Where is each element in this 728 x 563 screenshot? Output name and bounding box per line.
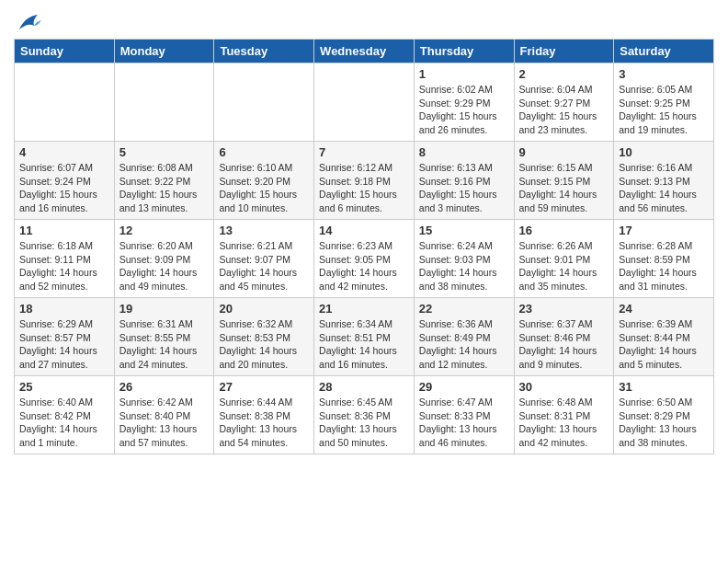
day-number: 1 [419, 67, 509, 81]
calendar-cell: 13Sunrise: 6:21 AMSunset: 9:07 PMDayligh… [214, 220, 314, 298]
logo-bird-icon [14, 15, 41, 37]
calendar-cell: 30Sunrise: 6:48 AMSunset: 8:31 PMDayligh… [514, 376, 614, 454]
calendar-cell: 14Sunrise: 6:23 AMSunset: 9:05 PMDayligh… [314, 220, 415, 298]
calendar-cell: 15Sunrise: 6:24 AMSunset: 9:03 PMDayligh… [414, 220, 514, 298]
week-row-4: 18Sunrise: 6:29 AMSunset: 8:57 PMDayligh… [15, 298, 714, 376]
day-number: 20 [219, 302, 309, 316]
calendar-cell: 26Sunrise: 6:42 AMSunset: 8:40 PMDayligh… [114, 376, 214, 454]
calendar-cell: 6Sunrise: 6:10 AMSunset: 9:20 PMDaylight… [214, 142, 314, 220]
page-header [14, 9, 714, 33]
calendar-cell: 1Sunrise: 6:02 AMSunset: 9:29 PMDaylight… [414, 63, 514, 142]
weekday-header-row: SundayMondayTuesdayWednesdayThursdayFrid… [15, 40, 714, 63]
weekday-header-tuesday: Tuesday [214, 40, 314, 63]
day-number: 8 [419, 145, 509, 159]
calendar-cell: 12Sunrise: 6:20 AMSunset: 9:09 PMDayligh… [114, 220, 214, 298]
day-info: Sunrise: 6:26 AMSunset: 9:01 PMDaylight:… [519, 239, 609, 293]
calendar-cell: 28Sunrise: 6:45 AMSunset: 8:36 PMDayligh… [314, 376, 415, 454]
calendar-cell: 10Sunrise: 6:16 AMSunset: 9:13 PMDayligh… [614, 142, 714, 220]
day-info: Sunrise: 6:50 AMSunset: 8:29 PMDaylight:… [619, 396, 709, 450]
calendar-cell: 25Sunrise: 6:40 AMSunset: 8:42 PMDayligh… [15, 376, 115, 454]
day-number: 3 [619, 67, 709, 81]
day-number: 10 [619, 145, 709, 159]
day-info: Sunrise: 6:21 AMSunset: 9:07 PMDaylight:… [219, 239, 309, 293]
calendar-cell: 29Sunrise: 6:47 AMSunset: 8:33 PMDayligh… [414, 376, 514, 454]
day-number: 7 [319, 145, 409, 159]
calendar-cell: 17Sunrise: 6:28 AMSunset: 8:59 PMDayligh… [614, 220, 714, 298]
week-row-2: 4Sunrise: 6:07 AMSunset: 9:24 PMDaylight… [15, 142, 714, 220]
calendar-cell [15, 63, 115, 142]
day-info: Sunrise: 6:32 AMSunset: 8:53 PMDaylight:… [219, 317, 309, 372]
calendar-cell: 8Sunrise: 6:13 AMSunset: 9:16 PMDaylight… [414, 142, 514, 220]
day-number: 14 [319, 224, 409, 237]
day-number: 17 [619, 224, 709, 237]
day-number: 31 [619, 380, 709, 394]
calendar-table: SundayMondayTuesdayWednesdayThursdayFrid… [14, 39, 714, 454]
day-number: 15 [419, 224, 509, 237]
day-number: 12 [119, 224, 210, 237]
day-info: Sunrise: 6:15 AMSunset: 9:15 PMDaylight:… [519, 161, 609, 215]
calendar-cell [214, 63, 314, 142]
day-number: 6 [219, 145, 309, 159]
day-number: 18 [19, 302, 109, 316]
calendar-cell: 18Sunrise: 6:29 AMSunset: 8:57 PMDayligh… [15, 298, 115, 376]
day-info: Sunrise: 6:36 AMSunset: 8:49 PMDaylight:… [419, 317, 509, 372]
calendar-cell [114, 63, 214, 142]
day-number: 23 [519, 302, 609, 316]
day-info: Sunrise: 6:08 AMSunset: 9:22 PMDaylight:… [119, 161, 210, 215]
day-info: Sunrise: 6:02 AMSunset: 9:29 PMDaylight:… [419, 83, 509, 137]
weekday-header-thursday: Thursday [414, 40, 514, 63]
day-info: Sunrise: 6:28 AMSunset: 8:59 PMDaylight:… [619, 239, 709, 293]
day-info: Sunrise: 6:37 AMSunset: 8:46 PMDaylight:… [519, 317, 609, 372]
weekday-header-wednesday: Wednesday [314, 40, 415, 63]
day-number: 13 [219, 224, 309, 237]
calendar-cell: 20Sunrise: 6:32 AMSunset: 8:53 PMDayligh… [214, 298, 314, 376]
calendar-cell: 16Sunrise: 6:26 AMSunset: 9:01 PMDayligh… [514, 220, 614, 298]
calendar-cell: 3Sunrise: 6:05 AMSunset: 9:25 PMDaylight… [614, 63, 714, 142]
day-info: Sunrise: 6:04 AMSunset: 9:27 PMDaylight:… [519, 83, 609, 137]
day-info: Sunrise: 6:48 AMSunset: 8:31 PMDaylight:… [519, 396, 609, 450]
day-info: Sunrise: 6:24 AMSunset: 9:03 PMDaylight:… [419, 239, 509, 293]
calendar-cell: 22Sunrise: 6:36 AMSunset: 8:49 PMDayligh… [414, 298, 514, 376]
calendar-cell: 19Sunrise: 6:31 AMSunset: 8:55 PMDayligh… [114, 298, 214, 376]
day-number: 2 [519, 67, 609, 81]
calendar-cell: 4Sunrise: 6:07 AMSunset: 9:24 PMDaylight… [15, 142, 115, 220]
calendar-cell: 27Sunrise: 6:44 AMSunset: 8:38 PMDayligh… [214, 376, 314, 454]
day-number: 9 [519, 145, 609, 159]
day-info: Sunrise: 6:16 AMSunset: 9:13 PMDaylight:… [619, 161, 709, 215]
day-number: 11 [19, 224, 109, 237]
day-number: 5 [119, 145, 210, 159]
day-info: Sunrise: 6:12 AMSunset: 9:18 PMDaylight:… [319, 161, 409, 215]
day-info: Sunrise: 6:13 AMSunset: 9:16 PMDaylight:… [419, 161, 509, 215]
day-number: 4 [19, 145, 109, 159]
day-number: 26 [119, 380, 210, 394]
day-info: Sunrise: 6:44 AMSunset: 8:38 PMDaylight:… [219, 396, 309, 450]
day-number: 21 [319, 302, 409, 316]
calendar-cell: 21Sunrise: 6:34 AMSunset: 8:51 PMDayligh… [314, 298, 415, 376]
day-info: Sunrise: 6:39 AMSunset: 8:44 PMDaylight:… [619, 317, 709, 372]
day-info: Sunrise: 6:10 AMSunset: 9:20 PMDaylight:… [219, 161, 309, 215]
day-info: Sunrise: 6:45 AMSunset: 8:36 PMDaylight:… [319, 396, 409, 450]
day-number: 16 [519, 224, 609, 237]
day-info: Sunrise: 6:05 AMSunset: 9:25 PMDaylight:… [619, 83, 709, 137]
calendar-cell [314, 63, 415, 142]
day-number: 27 [219, 380, 309, 394]
day-info: Sunrise: 6:40 AMSunset: 8:42 PMDaylight:… [19, 396, 109, 450]
calendar-cell: 7Sunrise: 6:12 AMSunset: 9:18 PMDaylight… [314, 142, 415, 220]
weekday-header-friday: Friday [514, 40, 614, 63]
calendar-cell: 9Sunrise: 6:15 AMSunset: 9:15 PMDaylight… [514, 142, 614, 220]
weekday-header-monday: Monday [114, 40, 214, 63]
day-number: 25 [19, 380, 109, 394]
week-row-3: 11Sunrise: 6:18 AMSunset: 9:11 PMDayligh… [15, 220, 714, 298]
weekday-header-sunday: Sunday [15, 40, 115, 63]
week-row-1: 1Sunrise: 6:02 AMSunset: 9:29 PMDaylight… [15, 63, 714, 142]
day-info: Sunrise: 6:47 AMSunset: 8:33 PMDaylight:… [419, 396, 509, 450]
day-number: 24 [619, 302, 709, 316]
day-number: 28 [319, 380, 409, 394]
week-row-5: 25Sunrise: 6:40 AMSunset: 8:42 PMDayligh… [15, 376, 714, 454]
calendar-cell: 23Sunrise: 6:37 AMSunset: 8:46 PMDayligh… [514, 298, 614, 376]
day-number: 22 [419, 302, 509, 316]
day-number: 30 [519, 380, 609, 394]
day-info: Sunrise: 6:34 AMSunset: 8:51 PMDaylight:… [319, 317, 409, 372]
calendar-cell: 11Sunrise: 6:18 AMSunset: 9:11 PMDayligh… [15, 220, 115, 298]
day-info: Sunrise: 6:20 AMSunset: 9:09 PMDaylight:… [119, 239, 210, 293]
